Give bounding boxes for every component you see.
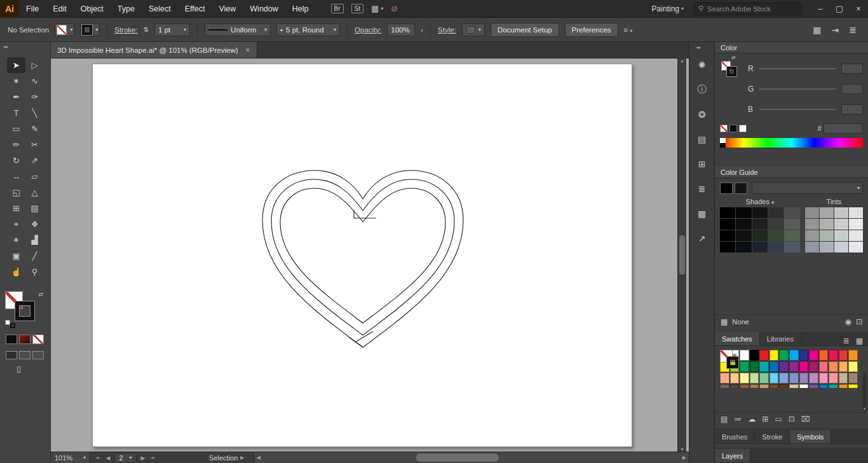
arrange-documents-icon[interactable]: ▦▾ bbox=[371, 4, 383, 13]
symbol-sprayer-tool[interactable]: ✴ bbox=[7, 232, 25, 248]
edit-colors-icon[interactable]: ◉ bbox=[844, 317, 851, 326]
perspective-grid-tool[interactable]: △ bbox=[25, 184, 44, 200]
swatch[interactable] bbox=[789, 350, 799, 361]
black-mini-swatch[interactable] bbox=[729, 125, 737, 132]
scroll-left-icon[interactable]: ◀ bbox=[257, 455, 261, 460]
shade-swatch[interactable] bbox=[736, 207, 751, 218]
r-slider[interactable] bbox=[759, 68, 836, 69]
impossible-heart-artwork[interactable] bbox=[93, 64, 633, 448]
swatch[interactable] bbox=[750, 350, 759, 361]
brush-definition-dropdown[interactable]: •5 pt. Round▾ bbox=[276, 24, 340, 36]
swatch[interactable] bbox=[789, 384, 799, 388]
shade-swatch[interactable] bbox=[784, 207, 799, 218]
shade-swatch[interactable] bbox=[784, 219, 799, 230]
heart-outline-outer[interactable] bbox=[262, 170, 463, 347]
swatch[interactable] bbox=[750, 373, 759, 384]
swatch[interactable] bbox=[799, 350, 809, 361]
first-artboard-button[interactable]: ⇤ bbox=[97, 455, 102, 461]
vertical-scrollbar[interactable]: ▲ ▼ bbox=[677, 59, 686, 452]
shade-swatch[interactable] bbox=[768, 242, 783, 252]
swatch[interactable] bbox=[809, 361, 818, 372]
swatch[interactable] bbox=[770, 384, 779, 388]
grid-view-icon[interactable]: ▦ bbox=[813, 25, 821, 35]
b-slider[interactable] bbox=[759, 109, 836, 110]
paintbrush-tool[interactable]: ✎ bbox=[25, 121, 44, 137]
opacity-value-field[interactable]: 100% bbox=[387, 24, 415, 36]
shade-swatch[interactable] bbox=[720, 242, 735, 252]
tint-swatch[interactable] bbox=[805, 207, 819, 218]
canvas-area[interactable]: ▲ ▼ bbox=[51, 59, 689, 452]
direct-selection-tool[interactable]: ▷ bbox=[25, 57, 44, 73]
menu-type[interactable]: Type bbox=[111, 0, 142, 18]
artboard-number-dropdown[interactable]: 2▾ bbox=[114, 453, 136, 463]
mesh-tool[interactable]: ⊞ bbox=[7, 200, 25, 216]
swatch[interactable] bbox=[759, 384, 769, 388]
color-button[interactable] bbox=[6, 335, 17, 344]
restore-button[interactable]: ▢ bbox=[830, 0, 849, 18]
shade-swatch[interactable] bbox=[736, 219, 751, 230]
heart-outline-middle[interactable] bbox=[271, 179, 454, 335]
swatch[interactable] bbox=[730, 384, 740, 388]
shade-swatch[interactable] bbox=[752, 219, 768, 230]
shade-swatch[interactable] bbox=[768, 230, 783, 241]
swatch[interactable] bbox=[720, 373, 729, 384]
swatch[interactable] bbox=[740, 373, 749, 384]
shade-swatch[interactable] bbox=[768, 207, 783, 218]
swatch[interactable] bbox=[829, 361, 838, 372]
swatch[interactable] bbox=[750, 361, 759, 372]
menu-help[interactable]: Help bbox=[285, 0, 316, 18]
tab-layers[interactable]: Layers bbox=[715, 449, 750, 462]
current-color-swatch[interactable] bbox=[735, 183, 747, 194]
tab-libraries[interactable]: Libraries bbox=[760, 332, 801, 345]
swatch[interactable] bbox=[829, 384, 838, 388]
default-fill-stroke-icon[interactable] bbox=[5, 320, 15, 328]
new-swatch-icon[interactable]: ⊡ bbox=[789, 415, 795, 424]
g-value-field[interactable] bbox=[841, 84, 863, 94]
tint-swatch[interactable] bbox=[834, 207, 848, 218]
swatch[interactable] bbox=[819, 384, 829, 388]
last-artboard-button[interactable]: ⇥ bbox=[150, 455, 155, 461]
dock-expand-icon[interactable]: ◂◂ bbox=[696, 45, 700, 50]
swatch[interactable] bbox=[779, 384, 789, 388]
heart-outline-inner[interactable] bbox=[280, 188, 445, 323]
save-color-group-icon[interactable]: ⊡ bbox=[856, 317, 862, 326]
horizontal-scroll-thumb[interactable] bbox=[416, 453, 499, 462]
vertical-scroll-thumb[interactable] bbox=[679, 235, 685, 275]
swatch[interactable] bbox=[770, 361, 779, 372]
shade-swatch[interactable] bbox=[752, 230, 768, 241]
tint-swatch[interactable] bbox=[805, 230, 819, 241]
status-expand-icon[interactable]: ▶ bbox=[240, 455, 244, 460]
minimize-button[interactable]: – bbox=[811, 0, 830, 18]
tint-swatch[interactable] bbox=[805, 242, 819, 252]
shade-swatch[interactable] bbox=[736, 242, 751, 252]
menu-view[interactable]: View bbox=[212, 0, 243, 18]
zoom-tool[interactable]: ⚲ bbox=[25, 264, 44, 280]
swatch[interactable] bbox=[839, 373, 848, 384]
line-segment-tool[interactable]: ╲ bbox=[25, 105, 44, 121]
shape-builder-tool[interactable]: ◱ bbox=[7, 184, 25, 200]
stock-button[interactable]: St bbox=[351, 4, 363, 13]
menu-file[interactable]: File bbox=[19, 0, 46, 18]
style-dropdown[interactable]: ▾ bbox=[462, 24, 485, 36]
tint-swatch[interactable] bbox=[849, 230, 863, 241]
column-graph-tool[interactable]: ▟ bbox=[25, 232, 44, 248]
swatch[interactable] bbox=[848, 373, 858, 384]
swatch[interactable] bbox=[848, 361, 858, 372]
gradient-tool[interactable]: ▤ bbox=[25, 200, 44, 216]
shade-swatch[interactable] bbox=[720, 230, 735, 241]
stroke-panel-link[interactable]: Stroke: bbox=[114, 26, 137, 34]
harmony-rules-dropdown[interactable]: ▾ bbox=[752, 182, 863, 194]
swatch[interactable] bbox=[759, 361, 769, 372]
swatch[interactable] bbox=[848, 350, 858, 361]
swatch[interactable] bbox=[759, 373, 769, 384]
swatch-libraries-menu-icon[interactable]: ▤ bbox=[721, 415, 728, 424]
style-panel-link[interactable]: Style: bbox=[438, 26, 456, 34]
swatch[interactable] bbox=[819, 373, 829, 384]
previous-artboard-button[interactable]: ◀ bbox=[106, 455, 111, 461]
tint-swatch[interactable] bbox=[834, 230, 848, 241]
artboard[interactable] bbox=[92, 64, 632, 447]
document-setup-button[interactable]: Document Setup bbox=[491, 23, 559, 37]
workspace-switcher[interactable]: Painting ▾ bbox=[642, 4, 694, 13]
swatch[interactable] bbox=[839, 384, 848, 388]
swatch[interactable] bbox=[799, 361, 809, 372]
